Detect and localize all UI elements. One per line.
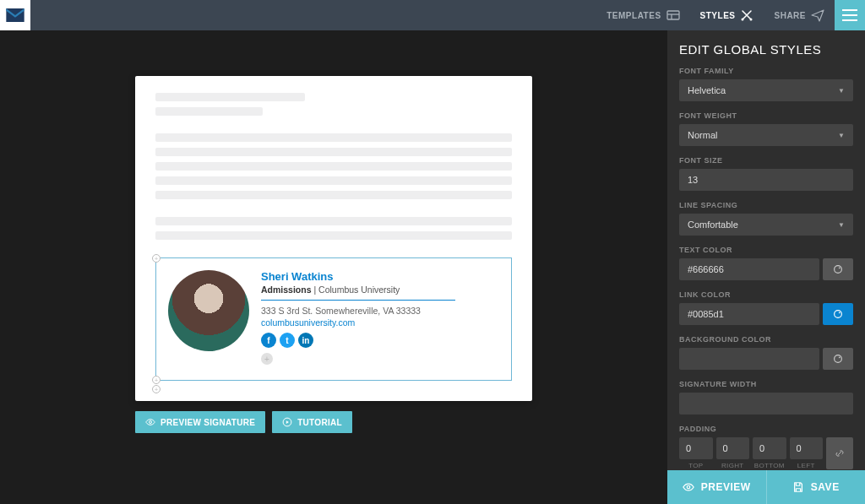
background-color-input[interactable] bbox=[679, 348, 819, 370]
font-family-select[interactable]: Helvetica ▼ bbox=[679, 79, 853, 101]
signature-address[interactable]: 333 S 3rd St. Somewhereville, VA 33333 bbox=[261, 306, 499, 316]
topbar: TEMPLATES STYLES SHARE bbox=[0, 0, 865, 30]
add-handle-bottom-left[interactable]: + bbox=[152, 376, 160, 384]
padding-right-label: RIGHT bbox=[716, 462, 750, 469]
link-color-label: LINK COLOR bbox=[679, 290, 853, 299]
chevron-down-icon: ▼ bbox=[838, 221, 845, 229]
styles-icon bbox=[740, 8, 753, 22]
font-size-input[interactable] bbox=[679, 169, 853, 191]
line-spacing-select[interactable]: Comfortable ▼ bbox=[679, 214, 853, 236]
placeholder-line bbox=[155, 93, 305, 101]
padding-right-input[interactable] bbox=[716, 437, 750, 459]
envelope-icon bbox=[6, 8, 24, 22]
tutorial-button[interactable]: TUTORIAL bbox=[272, 411, 352, 433]
hamburger-icon bbox=[842, 9, 857, 21]
signature-width-label: SIGNATURE WIDTH bbox=[679, 380, 853, 388]
font-weight-select[interactable]: Normal ▼ bbox=[679, 124, 853, 146]
background-color-label: BACKGROUND COLOR bbox=[679, 335, 853, 344]
text-color-label: TEXT COLOR bbox=[679, 246, 853, 254]
menu-button[interactable] bbox=[835, 0, 865, 30]
signature-socials: f t in bbox=[261, 333, 499, 348]
nav-templates-label: TEMPLATES bbox=[607, 11, 661, 20]
templates-icon bbox=[666, 8, 680, 22]
svg-point-15 bbox=[839, 356, 841, 358]
svg-point-14 bbox=[835, 355, 842, 363]
save-button[interactable]: SAVE bbox=[766, 470, 866, 504]
signature-box[interactable]: + + + Sheri Watkins Admissions | Columbu… bbox=[155, 257, 512, 381]
placeholder-line bbox=[155, 162, 512, 171]
add-handle-top[interactable]: + bbox=[152, 254, 160, 263]
signature-role[interactable]: Admissions | Columbus University bbox=[261, 285, 499, 295]
link-color-swatch[interactable] bbox=[823, 303, 853, 325]
chevron-down-icon: ▼ bbox=[838, 87, 845, 95]
chevron-down-icon: ▼ bbox=[838, 132, 845, 139]
panel-title: EDIT GLOBAL STYLES bbox=[679, 42, 853, 57]
add-item-button[interactable]: + bbox=[261, 353, 273, 365]
nav-share-label: SHARE bbox=[774, 11, 806, 20]
palette-icon bbox=[832, 353, 844, 365]
text-color-swatch[interactable] bbox=[823, 258, 853, 280]
svg-point-11 bbox=[839, 267, 841, 268]
nav-styles[interactable]: STYLES bbox=[690, 0, 764, 30]
svg-point-10 bbox=[835, 266, 842, 274]
svg-point-12 bbox=[835, 311, 842, 318]
padding-bottom-input[interactable] bbox=[753, 437, 786, 459]
signature-info: Sheri Watkins Admissions | Columbus Univ… bbox=[261, 270, 499, 365]
nav-templates[interactable]: TEMPLATES bbox=[596, 0, 689, 30]
save-icon bbox=[792, 481, 804, 493]
padding-top-input[interactable] bbox=[679, 437, 713, 459]
share-icon bbox=[811, 8, 824, 22]
placeholder-line bbox=[155, 191, 512, 199]
signature-width-input[interactable] bbox=[679, 393, 853, 415]
padding-top-label: TOP bbox=[679, 462, 713, 469]
styles-panel: EDIT GLOBAL STYLES FONT FAMILY Helvetica… bbox=[667, 30, 865, 504]
eye-icon bbox=[683, 481, 694, 493]
play-icon bbox=[282, 417, 292, 427]
padding-bottom-label: BOTTOM bbox=[753, 462, 786, 469]
padding-left-input[interactable] bbox=[790, 437, 824, 459]
font-family-label: FONT FAMILY bbox=[679, 67, 853, 75]
signature-link[interactable]: columbusuniversity.com bbox=[261, 317, 499, 328]
link-color-input[interactable] bbox=[679, 303, 819, 325]
background-color-swatch[interactable] bbox=[823, 348, 853, 370]
placeholder-line bbox=[155, 148, 512, 156]
padding-link-button[interactable] bbox=[826, 437, 853, 469]
svg-point-16 bbox=[687, 485, 690, 489]
svg-rect-0 bbox=[667, 11, 679, 19]
palette-icon bbox=[832, 263, 844, 275]
canvas-area: + + + Sheri Watkins Admissions | Columbu… bbox=[0, 30, 667, 504]
app-logo[interactable] bbox=[0, 0, 30, 30]
padding-label: PADDING bbox=[679, 425, 853, 433]
social-linkedin-icon[interactable]: in bbox=[298, 333, 313, 348]
placeholder-line bbox=[155, 176, 512, 185]
preview-button[interactable]: PREVIEW bbox=[667, 470, 766, 504]
eye-icon bbox=[145, 417, 155, 427]
padding-left-label: LEFT bbox=[790, 462, 824, 469]
social-twitter-icon[interactable]: t bbox=[280, 333, 295, 348]
signature-divider bbox=[261, 300, 455, 301]
placeholder-line bbox=[155, 133, 512, 142]
placeholder-line bbox=[155, 231, 512, 240]
line-spacing-label: LINE SPACING bbox=[679, 201, 853, 209]
social-facebook-icon[interactable]: f bbox=[261, 333, 276, 348]
palette-icon bbox=[832, 308, 844, 320]
signature-avatar[interactable] bbox=[168, 270, 249, 351]
placeholder-line bbox=[155, 217, 512, 225]
signature-name[interactable]: Sheri Watkins bbox=[261, 270, 499, 283]
link-icon bbox=[835, 448, 845, 458]
font-weight-label: FONT WEIGHT bbox=[679, 111, 853, 120]
email-canvas[interactable]: + + + Sheri Watkins Admissions | Columbu… bbox=[135, 76, 532, 401]
add-handle-below[interactable]: + bbox=[152, 385, 160, 393]
placeholder-line bbox=[155, 107, 263, 116]
nav-share[interactable]: SHARE bbox=[764, 0, 835, 30]
svg-point-4 bbox=[750, 19, 753, 21]
font-size-label: FONT SIZE bbox=[679, 156, 853, 165]
svg-point-8 bbox=[150, 421, 152, 424]
text-color-input[interactable] bbox=[679, 258, 819, 280]
nav-styles-label: STYLES bbox=[700, 11, 736, 20]
svg-point-13 bbox=[839, 312, 841, 313]
preview-signature-button[interactable]: PREVIEW SIGNATURE bbox=[135, 411, 265, 433]
svg-point-3 bbox=[742, 19, 744, 21]
